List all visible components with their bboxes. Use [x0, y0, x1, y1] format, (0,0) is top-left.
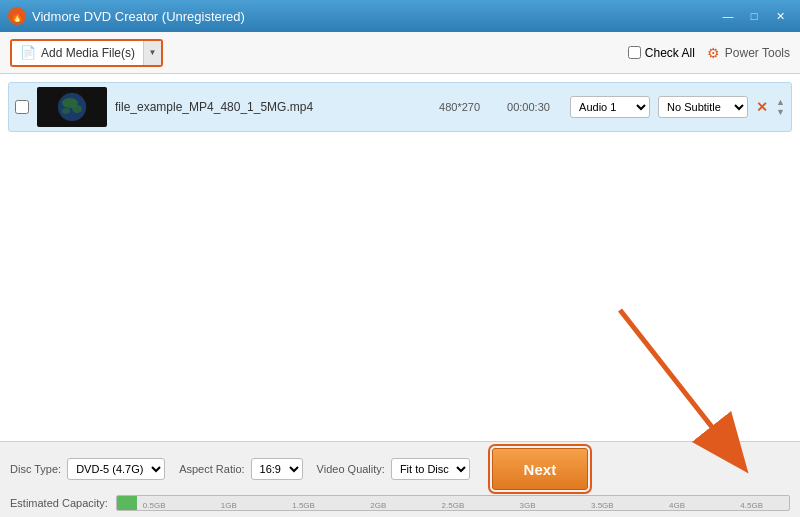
- file-resolution: 480*270: [439, 101, 499, 113]
- file-audio-select[interactable]: Audio 1: [570, 96, 650, 118]
- next-button[interactable]: Next: [492, 448, 588, 490]
- add-media-main[interactable]: 📄 Add Media File(s): [12, 41, 143, 65]
- window-title: Vidmore DVD Creator (Unregistered): [32, 9, 716, 24]
- video-quality-select[interactable]: Fit to Disc High Medium Low: [391, 458, 470, 480]
- table-row: file_example_MP4_480_1_5MG.mp4 480*270 0…: [8, 82, 792, 132]
- check-all-label: Check All: [645, 46, 695, 60]
- add-media-dropdown-arrow[interactable]: ▼: [143, 41, 161, 65]
- svg-point-4: [62, 108, 70, 114]
- maximize-button[interactable]: □: [742, 6, 766, 26]
- window-controls: — □ ✕: [716, 6, 792, 26]
- tick-3: 2GB: [341, 501, 416, 510]
- file-duration: 00:00:30: [507, 101, 562, 113]
- file-delete-icon[interactable]: ✕: [756, 99, 768, 115]
- tick-5: 3GB: [490, 501, 565, 510]
- disc-type-label: Disc Type:: [10, 463, 61, 475]
- capacity-row: Estimated Capacity: 0.5GB 1GB 1.5GB 2GB …: [10, 495, 790, 511]
- capacity-label: Estimated Capacity:: [10, 497, 108, 509]
- title-bar: 🔥 Vidmore DVD Creator (Unregistered) — □…: [0, 0, 800, 32]
- toolbar-right: Check All ⚙ Power Tools: [628, 45, 790, 61]
- svg-point-3: [72, 105, 82, 113]
- disc-type-field: Disc Type: DVD-5 (4.7G) DVD-9 (8.5G) Blu…: [10, 458, 165, 480]
- aspect-ratio-label: Aspect Ratio:: [179, 463, 244, 475]
- minimize-button[interactable]: —: [716, 6, 740, 26]
- toolbar: 📄 Add Media File(s) ▼ Check All ⚙ Power …: [0, 32, 800, 74]
- gear-icon: ⚙: [707, 45, 720, 61]
- tick-4: 2.5GB: [416, 501, 491, 510]
- arrow-up-icon[interactable]: ▲: [776, 98, 785, 107]
- power-tools-button[interactable]: ⚙ Power Tools: [707, 45, 790, 61]
- add-media-button[interactable]: 📄 Add Media File(s) ▼: [10, 39, 163, 67]
- file-name: file_example_MP4_480_1_5MG.mp4: [115, 100, 431, 114]
- aspect-ratio-select[interactable]: 16:9 4:3: [251, 458, 303, 480]
- tick-0: 0.5GB: [117, 501, 192, 510]
- check-all-wrap: Check All: [628, 46, 695, 60]
- power-tools-label: Power Tools: [725, 46, 790, 60]
- close-button[interactable]: ✕: [768, 6, 792, 26]
- disc-type-select[interactable]: DVD-5 (4.7G) DVD-9 (8.5G) Blu-ray 25G Bl…: [67, 458, 165, 480]
- tick-1: 1GB: [192, 501, 267, 510]
- capacity-ticks: 0.5GB 1GB 1.5GB 2GB 2.5GB 3GB 3.5GB 4GB …: [117, 496, 789, 510]
- video-quality-label: Video Quality:: [317, 463, 385, 475]
- tick-6: 3.5GB: [565, 501, 640, 510]
- add-file-icon: 📄: [20, 45, 36, 60]
- capacity-bar: 0.5GB 1GB 1.5GB 2GB 2.5GB 3GB 3.5GB 4GB …: [116, 495, 790, 511]
- tick-7: 4GB: [640, 501, 715, 510]
- bottom-settings-row: Disc Type: DVD-5 (4.7G) DVD-9 (8.5G) Blu…: [10, 448, 790, 490]
- file-thumbnail: [37, 87, 107, 127]
- tick-8: 4.5GB: [714, 501, 789, 510]
- bottom-bar: Disc Type: DVD-5 (4.7G) DVD-9 (8.5G) Blu…: [0, 441, 800, 517]
- add-media-label: Add Media File(s): [41, 46, 135, 60]
- check-all-checkbox[interactable]: [628, 46, 641, 59]
- file-arrows: ▲ ▼: [776, 98, 785, 117]
- app-icon: 🔥: [8, 7, 26, 25]
- file-checkbox[interactable]: [15, 100, 29, 114]
- aspect-ratio-field: Aspect Ratio: 16:9 4:3: [179, 458, 302, 480]
- file-subtitle-select[interactable]: No Subtitle: [658, 96, 748, 118]
- chevron-down-icon: ▼: [149, 48, 157, 57]
- content-area: file_example_MP4_480_1_5MG.mp4 480*270 0…: [0, 74, 800, 441]
- video-quality-field: Video Quality: Fit to Disc High Medium L…: [317, 458, 470, 480]
- tick-2: 1.5GB: [266, 501, 341, 510]
- arrow-down-icon[interactable]: ▼: [776, 108, 785, 117]
